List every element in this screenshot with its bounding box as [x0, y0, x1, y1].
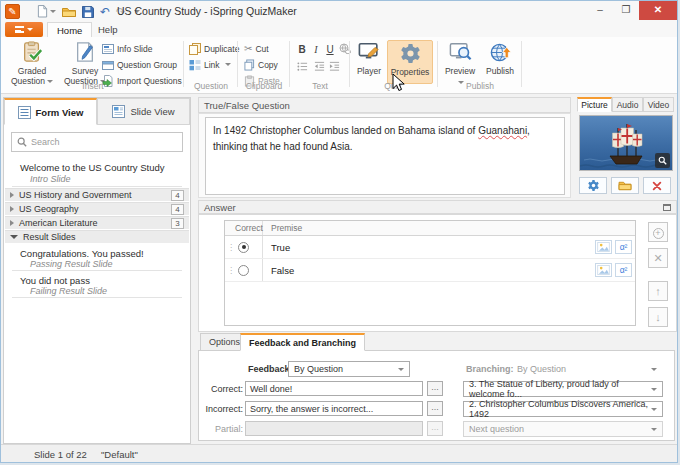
- ribbon: Graded Question Survey Question Info Sli…: [1, 37, 677, 94]
- tab-slide-view[interactable]: Slide View: [97, 98, 190, 125]
- drag-handle-icon[interactable]: ⋮: [227, 243, 234, 252]
- correct-radio-true[interactable]: [238, 242, 249, 253]
- duplicate-button[interactable]: Duplicate: [189, 42, 239, 55]
- question-pane-header: True/False Question: [198, 97, 571, 113]
- underline-button[interactable]: U: [323, 43, 337, 56]
- minimize-button[interactable]: –: [587, 1, 613, 20]
- answer-equation-button[interactable]: α²: [615, 263, 632, 277]
- cut-button[interactable]: ✂ Cut: [244, 42, 269, 55]
- window-title: US Country Study - iSpring QuizMaker: [117, 5, 297, 17]
- tab-feedback-branching[interactable]: Feedback and Branching: [240, 333, 365, 351]
- tab-picture[interactable]: Picture: [577, 97, 612, 112]
- answer-picture-button[interactable]: [595, 240, 612, 254]
- tab-home[interactable]: Home: [47, 22, 92, 37]
- slides-panel: Form View Slide View Welcome to the US C…: [3, 97, 191, 444]
- publish-globe-icon: [481, 41, 519, 65]
- mouse-cursor: [392, 73, 405, 92]
- branch-correct-select[interactable]: 3. The Statue of Liberty, proud lady of …: [463, 381, 663, 397]
- group-row-us-geography[interactable]: US Geography 4: [5, 202, 189, 215]
- delete-x-icon: [652, 181, 662, 191]
- group-label-question: Question: [185, 81, 237, 91]
- select-caret-icon: [651, 388, 657, 391]
- group-label-insert: Insert: [3, 81, 183, 91]
- copy-button[interactable]: Copy: [244, 58, 278, 71]
- application-menu-button[interactable]: [5, 22, 43, 37]
- quizmaker-window: ✎ ↶ ↷ US Country Study - iSpring QuizMak…: [0, 0, 678, 463]
- misspelled-word: Guanahani: [478, 125, 527, 136]
- answers-table: Correct Premise ⋮ True α² ⋮: [224, 220, 636, 326]
- gear-icon: [587, 179, 600, 192]
- incorrect-feedback-more-button[interactable]: ...: [427, 401, 443, 416]
- player-button[interactable]: Player: [353, 40, 385, 84]
- slide-view-icon: [112, 105, 125, 118]
- preview-icon: [441, 41, 479, 65]
- question-group-button[interactable]: Question Group: [102, 58, 177, 71]
- delete-picture-button[interactable]: [643, 177, 671, 194]
- slide-counter: Slide 1 of 22: [34, 449, 87, 460]
- tab-video[interactable]: Video: [643, 97, 674, 112]
- question-count-badge: 3: [171, 218, 184, 229]
- answer-row-false[interactable]: ⋮ False α²: [225, 259, 635, 282]
- feedback-mode-select[interactable]: By Question: [288, 361, 410, 377]
- answer-equation-button[interactable]: α²: [615, 240, 632, 254]
- duplicate-icon: [189, 43, 201, 55]
- correct-radio-false[interactable]: [238, 265, 249, 276]
- collapsed-arrow-icon: [10, 220, 14, 226]
- link-button[interactable]: Link: [189, 58, 231, 71]
- browse-picture-button[interactable]: [611, 177, 639, 194]
- app-logo-icon: ✎: [5, 4, 20, 19]
- search-icon: [17, 137, 27, 147]
- question-picture-thumbnail[interactable]: [579, 115, 673, 171]
- search-input[interactable]: [31, 137, 177, 147]
- link-icon: [189, 59, 201, 71]
- player-icon: [353, 41, 385, 65]
- publish-button[interactable]: Publish: [481, 40, 519, 84]
- answer-row-true[interactable]: ⋮ True α²: [225, 236, 635, 259]
- copy-icon: [244, 59, 255, 71]
- tab-audio[interactable]: Audio: [612, 97, 643, 112]
- graded-question-icon: [7, 41, 57, 65]
- correct-feedback-more-button[interactable]: ...: [427, 381, 443, 396]
- correct-feedback-input[interactable]: Well done!: [245, 381, 423, 396]
- branching-label: Branching:: [466, 364, 514, 374]
- expand-answer-panel-icon[interactable]: [663, 204, 671, 211]
- answer-picture-button[interactable]: [595, 263, 612, 277]
- question-count-badge: 4: [171, 204, 184, 215]
- select-caret-icon: [651, 368, 657, 371]
- titlebar: ✎ ↶ ↷ US Country Study - iSpring QuizMak…: [1, 1, 677, 22]
- new-document-caret-icon: [50, 10, 56, 13]
- close-button[interactable]: ✕: [639, 1, 677, 20]
- bold-button[interactable]: B: [295, 43, 309, 56]
- tab-help[interactable]: Help: [89, 22, 127, 37]
- maximize-button[interactable]: ❐: [613, 1, 639, 20]
- save-button[interactable]: [82, 6, 94, 18]
- incorrect-feedback-input[interactable]: Sorry, the answer is incorrect...: [245, 401, 423, 416]
- options-feedback-panel: Options Feedback and Branching Feedback:…: [198, 333, 677, 443]
- open-button[interactable]: [62, 6, 76, 18]
- undo-button[interactable]: ↶: [100, 5, 110, 19]
- drag-handle-icon[interactable]: ⋮: [227, 266, 234, 275]
- question-text-input[interactable]: In 1492 Christopher Columbus landed on B…: [205, 117, 565, 195]
- answer-panel: Correct Premise ⋮ True α² ⋮: [198, 214, 677, 332]
- group-label-clipboard: Clipboard: [239, 81, 289, 91]
- incorrect-feedback-label: Incorrect:: [201, 404, 243, 414]
- info-slide-button[interactable]: Info Slide: [102, 42, 152, 55]
- group-label-text: Text: [291, 81, 349, 91]
- feedback-branching-content: Feedback: By Question Correct: Well done…: [198, 350, 675, 441]
- italic-button[interactable]: I: [309, 43, 323, 56]
- form-view-icon: [18, 106, 31, 119]
- select-caret-icon: [398, 368, 404, 371]
- group-row-result-slides[interactable]: Result Slides: [5, 230, 189, 243]
- new-document-button[interactable]: [37, 5, 56, 18]
- branch-incorrect-select[interactable]: 2. Christopher Columbus Discovers Americ…: [463, 401, 663, 417]
- group-row-american-literature[interactable]: American Literature 3: [5, 216, 189, 229]
- preview-button[interactable]: Preview: [441, 40, 479, 84]
- group-row-us-history[interactable]: US History and Government 4: [5, 188, 189, 201]
- bullet-list-icon: [297, 61, 308, 72]
- bullet-list-button: [295, 61, 309, 74]
- picture-settings-button[interactable]: [579, 177, 607, 194]
- zoom-picture-button[interactable]: [655, 153, 670, 168]
- tab-form-view[interactable]: Form View: [4, 98, 97, 125]
- graded-question-button[interactable]: Graded Question: [7, 40, 57, 84]
- folder-icon: [618, 180, 632, 191]
